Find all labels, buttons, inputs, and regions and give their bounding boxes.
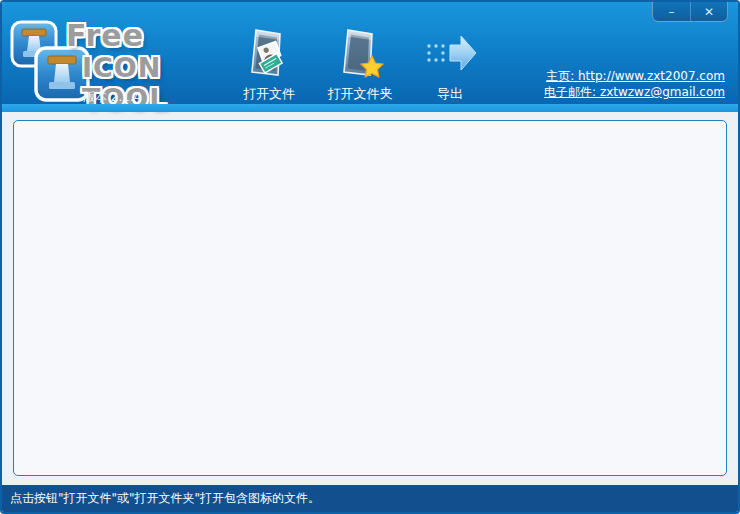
status-bar: 点击按钮"打开文件"或"打开文件夹"打开包含图标的文件。 <box>2 485 738 512</box>
open-file-label: 打开文件 <box>243 85 295 103</box>
open-file-button[interactable]: 打开文件 <box>234 24 304 103</box>
email-link[interactable]: 电子邮件: zxtwzwz@gmail.com <box>544 84 725 100</box>
open-folder-label: 打开文件夹 <box>328 85 393 103</box>
export-label: 导出 <box>437 85 463 103</box>
open-folder-icon <box>331 24 389 82</box>
close-button[interactable]: ✕ <box>690 2 727 22</box>
status-text: 点击按钮"打开文件"或"打开文件夹"打开包含图标的文件。 <box>10 490 320 507</box>
app-logo: Free ICON TOOL 版本 2.1.4 <box>10 16 240 108</box>
app-window: – ✕ <box>0 0 740 514</box>
logo-text-free: Free <box>66 18 144 53</box>
icon-list-panel[interactable] <box>13 120 727 476</box>
header-links: 主页: http://www.zxt2007.com 电子邮件: zxtwzwz… <box>544 68 725 100</box>
homepage-link[interactable]: 主页: http://www.zxt2007.com <box>544 68 725 84</box>
header: – ✕ <box>2 2 738 112</box>
window-controls: – ✕ <box>652 2 728 22</box>
content-area <box>2 112 738 485</box>
open-folder-button[interactable]: 打开文件夹 <box>314 24 406 103</box>
export-icon <box>422 24 478 82</box>
header-accent-strip <box>2 104 738 112</box>
minimize-button[interactable]: – <box>653 2 690 22</box>
export-button[interactable]: 导出 <box>415 24 485 103</box>
open-file-icon <box>240 24 298 82</box>
